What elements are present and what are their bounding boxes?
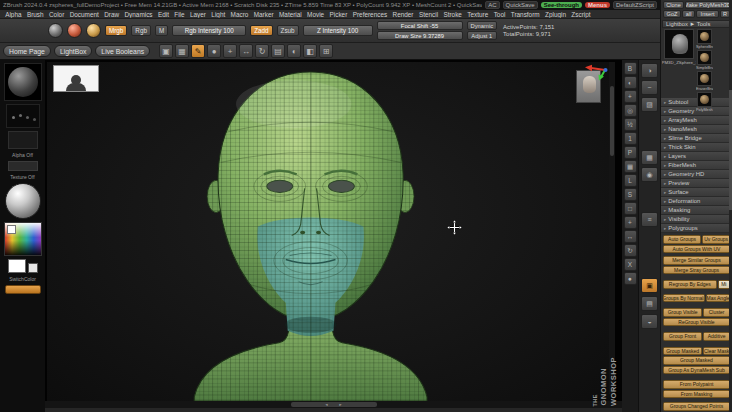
history-dock-icon[interactable]: ≡ (641, 212, 658, 227)
polygroups-regroup-visible-button[interactable]: ReGroup Visible (663, 318, 730, 327)
solo-icon[interactable]: ● (624, 272, 637, 285)
menu-tool[interactable]: Tool (491, 11, 507, 18)
scale-doc-icon[interactable]: ↔ (624, 230, 637, 243)
polygroups-groups-by-normals-button[interactable]: Groups By Normals (663, 294, 705, 303)
color-picker-inner-square[interactable] (7, 225, 16, 234)
lightbox-grid-icon[interactable]: ▦ (175, 44, 189, 58)
tool-slot-polymesh3d[interactable]: PolyMesh3D (696, 92, 713, 112)
section-thick-skin[interactable]: ▸Thick Skin (661, 143, 732, 152)
frame-icon[interactable]: □ (624, 202, 637, 215)
goz-button[interactable]: GoZ (663, 10, 681, 18)
section-fibermesh[interactable]: ▸FiberMesh (661, 161, 732, 170)
reference-portrait-thumbnail[interactable] (53, 65, 99, 92)
polygroups-auto-groups-button[interactable]: Auto Groups (663, 235, 701, 244)
z-intensity-slider[interactable]: Z Intensity 100 (303, 25, 373, 36)
tool-slot-eraserbrush[interactable]: EraserBrush (696, 71, 713, 91)
polygroups-uv-groups-button[interactable]: Uv Groups (702, 235, 730, 244)
polygroups-auto-groups-with-uv-button[interactable]: Auto Groups With UV (663, 245, 730, 254)
polygroups-groups-changed-points-button[interactable]: Groups Changed Points (663, 402, 730, 411)
menu-zscript[interactable]: Zscript (569, 11, 593, 18)
section-nanomesh[interactable]: ▸NanoMesh (661, 125, 732, 134)
document-canvas[interactable]: ◄ ► (45, 60, 622, 408)
active-tool-thumbnail[interactable] (664, 29, 694, 59)
menu-movie[interactable]: Movie (305, 11, 326, 18)
polygroups-group-masked-button[interactable]: Group Masked (663, 347, 702, 356)
live-booleans-button[interactable]: Live Booleans (95, 45, 150, 57)
tool-slot-spherebrush[interactable]: SphereBrush (696, 29, 713, 49)
menu-texture[interactable]: Texture (465, 11, 490, 18)
scale-icon[interactable]: ↔ (239, 44, 253, 58)
texture-thumbnail[interactable] (8, 161, 38, 171)
main-color-swatch[interactable] (8, 259, 26, 273)
polygroups-additive-button[interactable]: Additive (703, 332, 730, 341)
menu-stroke[interactable]: Stroke (441, 11, 464, 18)
gradient-toggle[interactable] (5, 285, 41, 294)
polygroups-max-angle-button[interactable]: Max Angle (706, 294, 730, 303)
menu-edit[interactable]: Edit (156, 11, 171, 18)
active-tool[interactable]: PM3D_ZSphere_1 (663, 29, 694, 97)
section-slime-bridge[interactable]: ▸Slime Bridge (661, 134, 732, 143)
home-page-button[interactable]: Home Page (3, 45, 51, 57)
render-icon[interactable]: ◐ (624, 76, 637, 89)
stroke-thumbnail[interactable] (6, 104, 40, 128)
gradient-icon[interactable]: ◧ (303, 44, 317, 58)
menu-file[interactable]: File (172, 11, 187, 18)
polygroups-group-masked-button[interactable]: Group Masked (663, 356, 730, 365)
actual-icon[interactable]: 1 (624, 132, 637, 145)
tool-thumbnail[interactable] (697, 29, 712, 44)
zoom-icon[interactable]: ◎ (624, 104, 637, 117)
scrollbar-handle[interactable] (610, 86, 614, 156)
polygroups-from-polypaint-button[interactable]: From Polypaint (663, 380, 730, 389)
clone-button[interactable]: Clone (663, 1, 684, 9)
canvas-horizontal-scrollbar[interactable]: ◄ ► (45, 401, 622, 408)
move-doc-icon[interactable]: + (624, 216, 637, 229)
menu-draw[interactable]: Draw (102, 11, 121, 18)
tool-thumbnail[interactable] (697, 71, 712, 86)
local-icon[interactable]: L (624, 174, 637, 187)
section-layers[interactable]: ▸Layers (661, 152, 732, 161)
tool-thumbnail[interactable] (697, 50, 712, 65)
menu-preferences[interactable]: Preferences (351, 11, 390, 18)
polygroups-group-as-dynamesh-sub-button[interactable]: Group As DynaMesh Sub (663, 366, 730, 375)
material-dock-icon[interactable]: ◉ (641, 167, 658, 182)
menus-badge[interactable]: Menus (585, 2, 610, 8)
axis-gizmo[interactable] (583, 63, 611, 81)
polygroups-regroup-by-edges-button[interactable]: Regroup By Edges (663, 280, 717, 289)
section-geometry-hd[interactable]: ▸Geometry HD (661, 170, 732, 179)
draw-size-slider[interactable]: Draw Size 9.37289 (377, 31, 463, 40)
quicksave-button[interactable]: QuickSave (503, 1, 538, 9)
alpha-dock-icon[interactable]: ▨ (641, 97, 658, 112)
alpha-thumbnail[interactable] (8, 131, 38, 149)
bpr-icon[interactable]: B (624, 62, 637, 75)
menu-alpha[interactable]: Alpha (3, 11, 24, 18)
polygroups-clear-mask-button[interactable]: Clear Mask (703, 347, 730, 356)
scroll-icon[interactable]: + (624, 90, 637, 103)
m-button[interactable]: M (155, 25, 168, 36)
menu-macro[interactable]: Macro (228, 11, 250, 18)
menu-material[interactable]: Material (277, 11, 304, 18)
floor-icon[interactable]: ▦ (624, 160, 637, 173)
tool-slot-simplebrush[interactable]: SimpleBrush (696, 50, 713, 70)
menu-light[interactable]: Light (209, 11, 227, 18)
section-visibility[interactable]: ▸Visibility (661, 215, 732, 224)
aa-half-icon[interactable]: ½ (624, 118, 637, 131)
menu-transform[interactable]: Transform (509, 11, 542, 18)
polygroups-group-visible-button[interactable]: Group Visible (663, 308, 702, 317)
grid-icon[interactable]: ⊞ (319, 44, 333, 58)
edit-icon[interactable]: ✎ (191, 44, 205, 58)
see-through-slider[interactable]: See-through (541, 2, 582, 8)
make-polymesh3d-button[interactable]: Make PolyMesh3D (685, 1, 730, 9)
menu-color[interactable]: Color (47, 11, 67, 18)
menu-render[interactable]: Render (390, 11, 415, 18)
rgb-button[interactable]: Rgb (131, 25, 151, 36)
rotate-icon[interactable]: ↻ (255, 44, 269, 58)
polygroups-cluster-button[interactable]: Cluster (703, 308, 730, 317)
section-polygroups[interactable]: ▸Polygroups (661, 224, 732, 233)
rotate-doc-icon[interactable]: ↻ (624, 244, 637, 257)
mrgb-button[interactable]: Mrgb (105, 25, 127, 36)
texture-dock-icon[interactable]: ▦ (641, 150, 658, 165)
projection-master-icon[interactable]: ▣ (159, 44, 173, 58)
switch-color-button[interactable]: SwitchColor (9, 276, 36, 282)
spotlight-icon[interactable] (67, 23, 82, 38)
adjust-button[interactable]: Adjust 1 (467, 31, 498, 40)
